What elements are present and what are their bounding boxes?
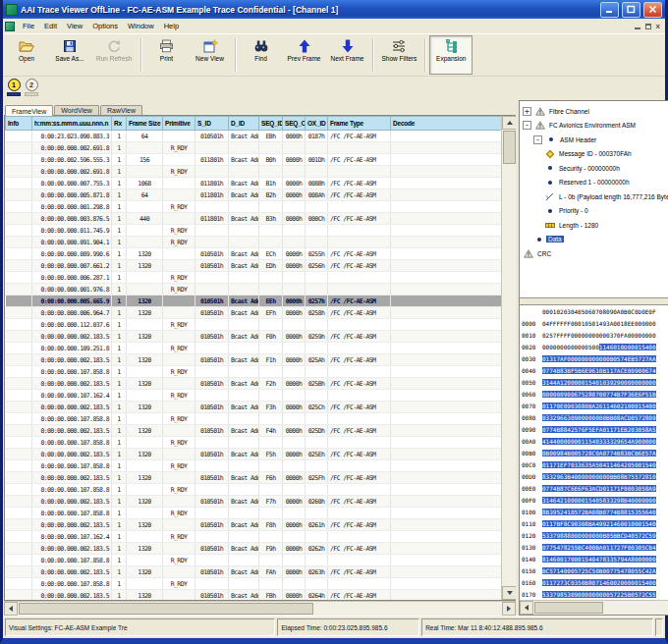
hex-row[interactable]: 000004FFFFFF00010501493A0018EE000000 xyxy=(522,318,668,330)
table-row[interactable]: 0:00:00.000.002.183.511320010501hBcast A… xyxy=(6,519,502,531)
column-header-frame-size[interactable]: Frame Size xyxy=(127,117,163,131)
table-row[interactable]: 0:00:00.000.002.183.511320010501hBcast A… xyxy=(6,402,502,413)
collapse-minus-icon[interactable]: - xyxy=(523,121,531,130)
tree-hex-splitter[interactable] xyxy=(520,297,668,305)
column-header-seq-id[interactable]: SEQ_ID xyxy=(259,117,283,131)
expand-plus-icon[interactable]: + xyxy=(523,107,531,116)
hex-row[interactable]: 00D08332963B40000000000BB08B75572810 xyxy=(522,471,668,483)
scroll-up-button[interactable] xyxy=(502,116,517,130)
tree-node[interactable]: Reserved 1 - 00000000h xyxy=(523,176,668,190)
table-row[interactable]: 0:00:00.000.112.037.61R_RDY xyxy=(6,319,502,331)
column-header-ox-id[interactable]: OX_ID xyxy=(306,117,328,131)
menu-options[interactable]: Options xyxy=(87,21,123,31)
table-row[interactable]: 0:00:00.000.002.183.511320010501hBcast A… xyxy=(6,354,502,366)
table-row[interactable]: 0:00:00.000.107.858.81R_RDY xyxy=(6,555,502,566)
channel-1-button[interactable]: 1 xyxy=(7,79,21,96)
print-button[interactable]: Print xyxy=(145,35,189,75)
frame-table-hscrollbar[interactable] xyxy=(4,601,516,616)
next-frame-button[interactable]: Next Frame xyxy=(326,35,369,75)
hex-row[interactable]: 002000000000000005001146010D00015400 xyxy=(522,342,668,353)
hex-row[interactable]: 01008B3952410572BA08B0774B8815355640 xyxy=(522,507,668,518)
hex-row[interactable]: 01300775478255BC400BA011727F00305CB4 xyxy=(522,542,668,554)
frame-table-vscrollbar[interactable] xyxy=(501,116,517,600)
tree-node[interactable]: Length - 1280 xyxy=(523,218,668,233)
hex-row[interactable]: 0150BC57140005725C50B00775478055C42A xyxy=(522,565,668,577)
table-row[interactable]: 0:00:00.000.089.990.611320010501hBcast A… xyxy=(6,248,502,260)
hex-row[interactable]: 012053379888000000000B05BBCD40572C59 xyxy=(522,530,668,542)
tree-node[interactable]: CRC xyxy=(523,246,668,261)
save-as-button[interactable]: Save As... xyxy=(48,35,91,75)
table-row[interactable]: 0:00:23.023.090.883.3164010501hBcast Add… xyxy=(6,131,502,142)
channel-2-button[interactable]: 2 xyxy=(25,79,38,96)
hex-hscrollbar[interactable] xyxy=(520,600,668,615)
find-button[interactable]: Find xyxy=(240,35,283,75)
table-row[interactable]: 0:00:00.000.002.183.511320010501hBcast A… xyxy=(6,449,502,460)
table-row[interactable]: 0:00:00.000.002.183.511320010501hBcast A… xyxy=(6,590,502,601)
table-row[interactable]: 0:00:00.000.107.858.81R_RDY xyxy=(6,413,502,425)
tree-node[interactable]: Data xyxy=(523,233,668,247)
tree-node[interactable]: Priority - 0 xyxy=(523,204,668,219)
hscroll-thumb[interactable] xyxy=(19,603,313,615)
table-row[interactable]: 0:00:00.000.002.183.511320010501hBcast A… xyxy=(6,425,502,437)
menu-view[interactable]: View xyxy=(62,21,87,31)
column-header-d-id[interactable]: D_ID xyxy=(229,117,259,131)
table-row[interactable]: 0:00:00.000.001.298.81R_RDY xyxy=(6,201,502,213)
run-refresh-button[interactable]: Run Refresh xyxy=(91,35,138,75)
table-row[interactable]: 0:00:00.000.007.755.311068011801hBcast A… xyxy=(6,178,502,189)
column-header-rx[interactable]: Rx xyxy=(112,117,127,131)
minimize-button[interactable] xyxy=(600,2,619,18)
hex-row[interactable]: 00503144A120000015401039290000000000 xyxy=(522,377,668,389)
hex-row[interactable]: 00400774B83BF5B6E9610B117ACE00900674 xyxy=(522,365,668,377)
menu-window[interactable]: Window xyxy=(123,21,159,31)
hex-row[interactable]: 01100117BF8C90308BA49921460010001540 xyxy=(522,518,668,530)
table-row[interactable]: 0:00:00.000.107.858.81R_RDY xyxy=(6,508,502,519)
table-row[interactable]: 0:00:00.000.107.162.41R_RDY xyxy=(6,531,502,543)
column-header-frame-type[interactable]: Frame Type xyxy=(328,117,391,131)
table-row[interactable]: 0:00:00.000.107.162.41R_RDY xyxy=(6,390,502,402)
table-row[interactable]: 0:00:00.000.107.858.81R_RDY xyxy=(6,437,502,449)
hscroll-thumb[interactable] xyxy=(534,602,603,614)
hex-row[interactable]: 00B00B00984B005728C0A0774B83BCB6E57A xyxy=(522,448,668,459)
hex-row[interactable]: 0170533798530900000000057225B0572C55 xyxy=(522,589,668,600)
table-row[interactable]: 0:00:00.000.107.858.81R_RDY xyxy=(6,460,502,472)
tree-node[interactable]: L - 0b (Payload length 16,777,216 Bytes) xyxy=(523,189,668,204)
tab-wordview[interactable]: WordView xyxy=(54,105,99,115)
table-row[interactable]: 0:00:00.000.002.183.511320010501hBcast A… xyxy=(6,543,502,555)
hex-row[interactable]: 0060000000900675280700774B7F36E6F51B xyxy=(522,389,668,401)
prev-frame-button[interactable]: Prev Frame xyxy=(283,35,326,75)
table-row[interactable]: 0:00:00.000.002.183.511320010501hBcast A… xyxy=(6,496,502,508)
scroll-left-button[interactable] xyxy=(520,601,533,615)
table-row[interactable]: 0:00:00.000.002.183.511320010501hBcast A… xyxy=(6,331,502,343)
tree-node[interactable]: -ASM Header xyxy=(523,133,668,147)
open-button[interactable]: Open xyxy=(5,35,48,75)
column-header-info[interactable]: Info xyxy=(6,117,32,131)
table-row[interactable]: 0:00:00.000.006.964.711320010501hBcast A… xyxy=(6,307,502,319)
table-row[interactable]: 0:00:00.000.107.858.81R_RDY xyxy=(6,484,502,496)
vscroll-thumb[interactable] xyxy=(503,131,516,164)
table-row[interactable]: 0:00:00.000.003.876.51440011801hBcast Ad… xyxy=(6,213,502,225)
table-row[interactable]: 0:00:00.000.002.183.511320010501hBcast A… xyxy=(6,566,502,578)
table-row[interactable]: 0:00:00.000.002.183.511320010501hBcast A… xyxy=(6,378,502,390)
collapse-minus-icon[interactable]: - xyxy=(533,135,542,144)
tab-frameview[interactable]: FrameView xyxy=(5,105,53,116)
hex-row[interactable]: 00C001171EF7033635A50411464205001540 xyxy=(522,459,668,471)
table-row[interactable]: 0:00:00.000.002.691.81R_RDY xyxy=(6,166,502,178)
hex-row[interactable]: 0080033296630900000000BB08ACD0572809 xyxy=(522,412,668,424)
tree-node[interactable]: +Fibre Channel xyxy=(523,104,668,119)
table-row[interactable]: 0:00:00.000.107.858.81R_RDY xyxy=(6,366,502,378)
table-row[interactable]: 0:00:00.000.006.287.11R_RDY xyxy=(6,272,502,284)
hex-row[interactable]: 00A04144000000011540333329654A900000 xyxy=(522,436,668,448)
table-row[interactable]: 0:00:00.000.001.976.81R_RDY xyxy=(6,284,502,295)
table-row[interactable]: 0:00:00.000.091.904.11R_RDY xyxy=(6,237,502,248)
mdi-close-icon[interactable]: x xyxy=(656,23,660,30)
hex-row[interactable]: 007001170E0903080BA26114602100015400 xyxy=(522,401,668,412)
table-row[interactable]: 0:00:00.000.002.183.511320010501hBcast A… xyxy=(6,472,502,484)
table-row[interactable]: 0:00:00.000.002.691.81R_RDY xyxy=(6,142,502,154)
tab-rawview[interactable]: RawView xyxy=(100,105,142,115)
hex-row[interactable]: 00F031464210000015405833298B40000000 xyxy=(522,495,668,507)
table-row[interactable]: 0:00:00.000.005.665.911320010501hBcast A… xyxy=(6,295,502,307)
hex-row[interactable]: 01600117273C0350B8071460020000015400 xyxy=(522,577,668,589)
column-header-seq-cnt[interactable]: SEQ_CNT xyxy=(283,117,306,131)
hex-row[interactable]: 003001317AF000000000000B0574EB5727AA xyxy=(522,353,668,365)
new-view-button[interactable]: New View xyxy=(189,35,232,75)
